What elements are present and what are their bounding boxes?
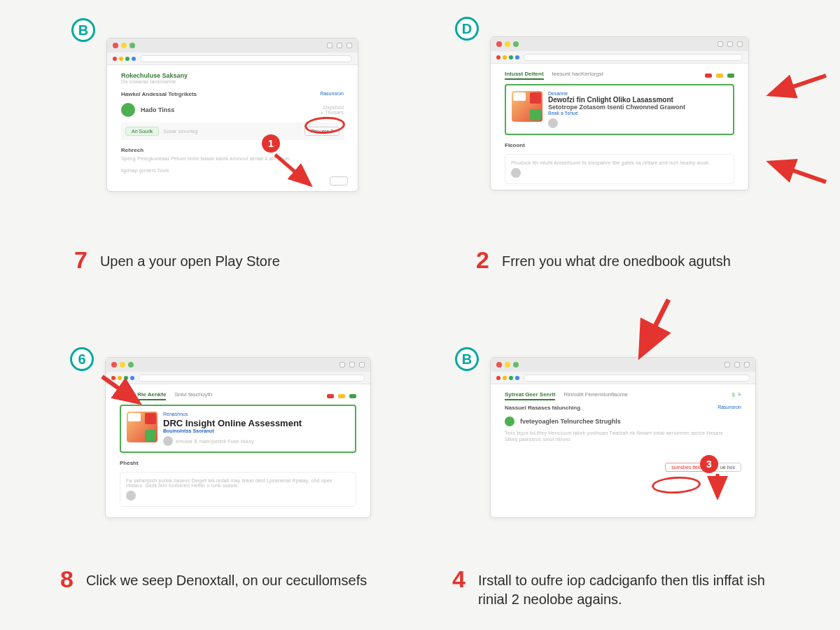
- page-header: Rokechuluse Saksany: [121, 72, 344, 79]
- section-title: Hawkel Andessal Tetrgrikets: [121, 91, 197, 97]
- card-meta: emobie B matropetink Fuke risksy: [176, 439, 254, 444]
- annotation-arrow-bottom-right: [763, 154, 833, 189]
- card-bottom-link[interactable]: Beak a 5shue: [548, 111, 727, 115]
- footer-button[interactable]: [330, 176, 348, 186]
- item-label-2: fveteyoaglen Telnurchee Strughls: [520, 418, 621, 425]
- step-badge-6: 6: [70, 347, 94, 371]
- svg-line-5: [643, 300, 668, 351]
- description-text-3: Fa sahanpich polink basess Deiget lek re…: [126, 478, 350, 488]
- instruction-text: Frren you what dre onedbook agutsh: [502, 248, 731, 271]
- instruction-number: 7: [74, 248, 88, 272]
- instruction-number: 2: [476, 248, 489, 272]
- section-link[interactable]: Rasunsron: [320, 91, 344, 97]
- browser-url-bar: [491, 51, 748, 64]
- browser-titlebar: [491, 358, 755, 372]
- svg-line-1: [770, 76, 826, 94]
- avatar-icon: [511, 168, 521, 178]
- highlighted-result-card[interactable]: Renashnos DRC Insight Online Assessment …: [120, 405, 356, 453]
- card-subtitle-link[interactable]: Boumointss Ssoranut: [163, 428, 349, 433]
- status-text: Sosar sevoneg: [163, 129, 197, 134]
- avatar-icon: [548, 118, 558, 128]
- window-controls: [327, 43, 352, 48]
- browser-window-1: Rokechuluse Saksany Da cowanar tanemanne…: [106, 38, 358, 192]
- svg-line-2: [770, 162, 826, 182]
- instruction-text: Click we seep Denoxtall, on our cecullom…: [86, 567, 367, 590]
- status-badges: [327, 391, 356, 400]
- instruction-8: 8 Click we seep Denoxtall, on our cecull…: [60, 567, 367, 591]
- status-badges: [705, 71, 734, 80]
- footer-text-2: Ttuoe Herang: [505, 190, 734, 190]
- status-dot-icon: [505, 416, 514, 426]
- tab-2[interactable]: Ririnslilt Fenemilonflaome: [564, 391, 628, 400]
- tab-bar: Mteah Rle Aenkfe Snivl faschoyth: [120, 391, 356, 400]
- step-badge-b1: B: [71, 18, 95, 42]
- browser-titlebar: [491, 37, 748, 51]
- annotation-arrow-diag: [97, 371, 153, 413]
- avatar-icon: [126, 491, 136, 500]
- instruction-7: 7 Upen a your open Play Store: [74, 248, 280, 272]
- tab-2[interactable]: Snivl faschoyth: [174, 391, 212, 400]
- window-traffic-lights: [113, 43, 135, 48]
- instruction-number: 8: [60, 567, 74, 591]
- annotation-arrow-down: [630, 294, 679, 364]
- browser-window-2: Intusst Deltent teesunt hacKerlorgst Des…: [490, 36, 749, 190]
- svg-line-0: [275, 155, 310, 185]
- browser-titlebar: [107, 38, 358, 52]
- card-top-link[interactable]: Renashnos: [163, 412, 349, 416]
- item-label: Hado Tinss: [141, 106, 174, 113]
- sub-description: Stkey palessroc smol nMons: [505, 437, 741, 442]
- tab-2[interactable]: teesunt hacKerlorgst: [552, 71, 603, 80]
- card-title: DRC Insight Online Assessment: [163, 418, 349, 428]
- annotation-arrow-top-right: [763, 70, 833, 105]
- tab-1[interactable]: Sytreat Geer Senrlt: [505, 391, 555, 400]
- browser-url-bar: [107, 52, 358, 65]
- tab-bar: Intusst Deltent teesunt hacKerlorgst: [505, 71, 734, 80]
- page-subheader: Da cowanar tanemanne: [121, 79, 344, 84]
- browser-titlebar: [106, 358, 370, 372]
- browser-url-bar: [491, 372, 755, 384]
- card-title: Dewofzi fin Cnlight Oliko Lasassmont: [548, 96, 727, 104]
- annotation-pin-1: 1: [262, 134, 280, 153]
- instruction-number: 4: [452, 567, 465, 591]
- tab-1[interactable]: Intusst Deltent: [505, 71, 544, 80]
- instruction-text: Irstall to oufre iop cadciganfo then tli…: [478, 567, 772, 609]
- section-title-2: Fleoont: [505, 142, 734, 148]
- section-title-4: Nassuel Rasases falunching: [505, 405, 580, 411]
- svg-line-3: [102, 377, 139, 402]
- annotation-arrow-1: [272, 151, 321, 193]
- step-badge-d: D: [455, 17, 479, 41]
- app-icon: [512, 91, 542, 122]
- section-title-3: Phesht: [120, 460, 356, 466]
- description-text-4: Texs tejon toLtihry Hencioom takek yosth…: [505, 430, 741, 435]
- annotation-arrow-pin3: [707, 472, 728, 504]
- avatar-icon: [163, 436, 173, 446]
- instruction-text: Upen a your open Play Store: [100, 248, 280, 271]
- instruction-2: 2 Frren you what dre onedbook agutsh: [476, 248, 731, 272]
- description-text-2: Phodock ttn mluht Amseltsuml bt srespahr…: [511, 160, 728, 165]
- highlighted-result-card[interactable]: Desanne Dewofzi fin Cnlight Oliko Lasass…: [505, 84, 734, 135]
- annotation-oval-2: [651, 475, 701, 495]
- card-subtitle: Setotrope Zotasom tsenti Chwonned Grawon…: [548, 104, 727, 111]
- section-link-2[interactable]: Rasunsron: [718, 405, 741, 411]
- status-dot-icon: [121, 103, 135, 117]
- step-badge-b2: B: [455, 347, 479, 371]
- app-icon: [127, 412, 158, 442]
- status-pill: An Soudk: [125, 127, 159, 136]
- card-top-link[interactable]: Desanne: [548, 91, 727, 96]
- instruction-4: 4 Irstall to oufre iop cadciganfo then t…: [452, 567, 772, 609]
- tab-bar: Sytreat Geer Senrlt Ririnslilt Fenemilon…: [505, 391, 741, 400]
- annotation-pin-3: 3: [700, 455, 718, 473]
